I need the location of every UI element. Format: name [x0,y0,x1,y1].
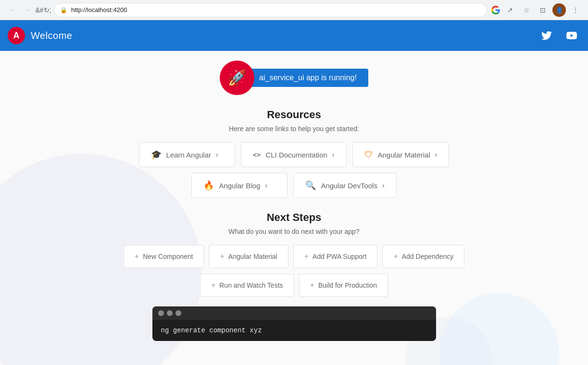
terminal-dot-1 [158,310,164,316]
address-bar[interactable]: 🔒 http://localhost:4200 [54,3,487,17]
add-dependency-card[interactable]: + Add Dependency [382,245,464,268]
share-button[interactable]: ↗ [503,3,517,17]
rocket-icon: 🚀 [227,69,247,87]
mortarboard-icon: 🎓 [151,149,162,160]
search-icon: 🔍 [305,180,316,191]
learn-angular-label: Learn Angular [166,151,211,159]
url-text: http://localhost:4200 [71,6,481,13]
add-pwa-card[interactable]: + Add PWA Support [293,245,378,268]
terminal-dot-3 [175,310,181,316]
next-steps-row2: + Run and Watch Tests + Build for Produc… [200,274,388,297]
reload-button[interactable]: &#↻; [37,3,50,17]
header-right [538,27,580,44]
new-component-label: New Component [143,253,193,260]
angular-blog-card[interactable]: 🔥 Angular Blog › [191,173,288,198]
angular-devtools-arrow: › [382,182,385,189]
terminal-header [152,306,436,320]
angular-material-step-label: Angular Material [228,253,277,260]
shield-icon: 🛡 [364,150,373,160]
angular-material-label: Angular Material [378,151,430,159]
plus-icon-5: + [211,281,215,290]
build-production-card[interactable]: + Build for Production [299,274,388,297]
app-header: A Welcome [0,20,588,51]
plus-icon-2: + [220,252,224,261]
new-component-card[interactable]: + New Component [124,245,204,268]
twitter-button[interactable] [538,27,555,44]
twitter-icon [541,30,552,41]
back-button[interactable]: ← [6,3,19,17]
browser-actions: ↗ ☆ ⊡ 👤 ⋮ [491,3,582,17]
learn-angular-card[interactable]: 🎓 Learn Angular › [139,142,235,167]
youtube-button[interactable] [563,27,580,44]
add-pwa-label: Add PWA Support [313,253,366,260]
fire-icon: 🔥 [203,180,214,191]
resource-cards-row2: 🔥 Angular Blog › 🔍 Angular DevTools › [191,173,396,198]
rocket-circle: 🚀 [220,61,254,95]
menu-button[interactable]: ⋮ [569,3,582,17]
plus-icon-4: + [393,252,398,261]
terminal-body: ng generate component xyz [152,320,436,341]
google-icon [491,5,500,15]
next-steps-title: Next Steps [267,211,322,224]
terminal-command: ng generate component xyz [161,327,262,334]
cli-docs-label: CLI Documentation [265,151,327,159]
cli-docs-arrow: › [332,151,335,158]
build-production-label: Build for Production [318,281,377,289]
angular-devtools-label: Angular DevTools [321,182,377,190]
angular-blog-arrow: › [265,182,267,189]
angular-material-arrow: › [435,151,438,158]
header-left: A Welcome [8,27,73,44]
cli-docs-card[interactable]: <> CLI Documentation › [241,142,347,167]
main-content: 🚀 ai_service_ui app is running! Resource… [0,51,588,365]
terminal-dot-2 [167,310,173,316]
angular-blog-label: Angular Blog [219,182,260,190]
running-text-box: ai_service_ui app is running! [250,69,368,87]
plus-icon-1: + [135,252,139,261]
forward-button[interactable]: → [21,3,35,17]
plus-icon-6: + [310,281,314,290]
learn-angular-arrow: › [216,151,218,158]
add-dependency-label: Add Dependency [402,253,453,260]
bookmark-button[interactable]: ☆ [520,3,533,17]
next-steps-subtitle: What do you want to do next with your ap… [228,228,359,235]
youtube-icon [566,30,577,41]
profile-avatar[interactable]: 👤 [552,3,566,17]
browser-chrome: ← → &#↻; 🔒 http://localhost:4200 ↗ ☆ ⊡ 👤… [0,0,588,20]
plus-icon-3: + [304,252,309,261]
extensions-button[interactable]: ⊡ [536,3,550,17]
resources-subtitle: Here are some links to help you get star… [229,125,359,133]
resource-cards-row1: 🎓 Learn Angular › <> CLI Documentation ›… [139,142,450,167]
angular-devtools-card[interactable]: 🔍 Angular DevTools › [293,173,396,198]
run-tests-card[interactable]: + Run and Watch Tests [200,274,294,297]
angular-logo: A [8,27,25,44]
angular-material-step-card[interactable]: + Angular Material [209,245,288,268]
code-icon: <> [253,151,261,158]
angular-material-card[interactable]: 🛡 Angular Material › [352,142,450,167]
running-banner: 🚀 ai_service_ui app is running! [220,61,368,95]
resources-title: Resources [267,109,321,121]
terminal: ng generate component xyz [152,306,436,341]
lock-icon: 🔒 [60,7,67,13]
nav-buttons: ← → &#↻; [6,3,50,17]
run-tests-label: Run and Watch Tests [219,281,283,289]
next-steps-row1: + New Component + Angular Material + Add… [124,245,464,268]
header-title: Welcome [31,30,73,41]
